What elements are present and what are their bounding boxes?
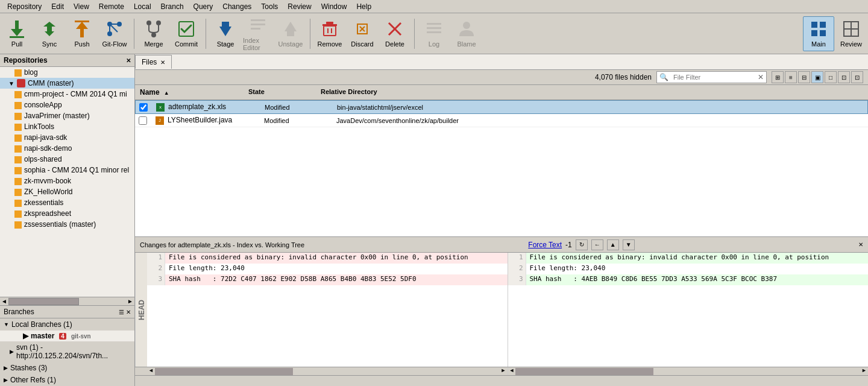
repo-item-linktools[interactable]: LinkTools — [0, 121, 134, 132]
diff-right-scroll-left[interactable]: ◄ — [508, 367, 516, 375]
menu-edit[interactable]: Edit — [46, 1, 69, 12]
file-filter-input[interactable] — [671, 74, 755, 81]
repo-item-zkessentials[interactable]: zkessentials — [0, 197, 134, 208]
commit-button[interactable]: Commit — [171, 16, 202, 51]
scroll-right-btn[interactable]: ► — [126, 298, 134, 305]
diff-left-hscroll[interactable]: ◄ ► — [147, 367, 508, 375]
file-dir-1: JavaDev/com/seventhonline/zk/ap/builder — [332, 116, 868, 125]
repo-item-zk-helloworld[interactable]: ZK_HelloWorld — [0, 186, 134, 197]
pull-button[interactable]: Pull — [1, 16, 33, 51]
diff-prev-change-btn[interactable]: ← — [591, 239, 603, 250]
branch-master[interactable]: ▶ master 4 git-svn — [0, 331, 134, 341]
col-header-dir[interactable]: Relative Directory — [316, 87, 868, 98]
diff-refresh-btn[interactable]: ↻ — [576, 239, 588, 250]
diff-left-pane[interactable]: 1 File is considered as binary: invalid … — [147, 253, 508, 367]
branches-menu-icon[interactable]: ☰ — [119, 309, 124, 315]
menu-local[interactable]: Local — [129, 1, 156, 12]
menu-tools[interactable]: Tools — [256, 1, 283, 12]
file-checkbox-1[interactable] — [139, 116, 147, 125]
repo-item-napi-sdk-demo[interactable]: napi-sdk-demo — [0, 143, 134, 154]
file-row-1[interactable]: J LYSheetBuilder.java Modified JavaDev/c… — [135, 114, 868, 127]
sync-button[interactable]: Sync — [34, 16, 65, 51]
review-button[interactable]: Review — [835, 16, 867, 51]
menu-review[interactable]: Review — [283, 1, 316, 12]
diff-left-scroll-thumb[interactable] — [155, 368, 293, 375]
diff-right-scroll-thumb[interactable] — [515, 368, 653, 375]
diff-right-hscroll[interactable]: ◄ ► — [508, 367, 869, 375]
diff-close-btn[interactable]: ✕ — [858, 241, 863, 248]
diff-left-scroll-right[interactable]: ► — [500, 367, 508, 375]
repo-item-javaprimer[interactable]: JavaPrimer (master) — [0, 110, 134, 121]
repo-item-sophia[interactable]: sophia - CMM 2014 Q1 minor rel — [0, 165, 134, 176]
repo-item-cmm-project[interactable]: cmm-project - CMM 2014 Q1 mi — [0, 89, 134, 100]
push-button[interactable]: Push — [66, 16, 98, 51]
files-tab-close[interactable]: ✕ — [160, 59, 165, 66]
view-icon-6[interactable]: ⊡ — [838, 71, 850, 83]
diff-right-content-1: File length: 23,040 — [526, 264, 869, 274]
svn-header[interactable]: ▶ svn (1) - http://10.125.2.204/svn/7th.… — [0, 341, 134, 362]
file-filter[interactable]: 🔍 ✕ — [656, 71, 767, 83]
diff-nav-down-btn[interactable]: ▼ — [623, 239, 635, 250]
repo-item-napi-java-sdk[interactable]: napi-java-sdk — [0, 132, 134, 143]
menu-view[interactable]: View — [69, 1, 94, 12]
commit-label: Commit — [175, 40, 198, 48]
file-row-0[interactable]: x adtemplate_zk.xls Modified bin-java/st… — [135, 100, 868, 114]
log-button[interactable]: Log — [418, 16, 450, 51]
menu-repository[interactable]: Repository — [2, 1, 46, 12]
view-icon-3[interactable]: ⊟ — [798, 71, 810, 83]
blame-button[interactable]: Blame — [451, 16, 482, 51]
menu-help[interactable]: Help — [351, 1, 376, 12]
diff-left-scroll-track[interactable] — [155, 368, 500, 375]
files-tab[interactable]: Files ✕ — [135, 55, 172, 69]
index-editor-button[interactable]: Index Editor — [242, 16, 274, 51]
force-text-link[interactable]: Force Text — [528, 241, 562, 249]
view-icon-7[interactable]: ⊡ — [851, 71, 863, 83]
repo-item-consoleapp[interactable]: consoleApp — [0, 100, 134, 110]
folder-icon — [14, 102, 22, 109]
repo-item-blog[interactable]: blog — [0, 67, 134, 78]
view-icon-5[interactable]: □ — [825, 71, 837, 83]
repositories-close-button[interactable]: ✕ — [126, 57, 131, 64]
repo-item-olps-shared[interactable]: olps-shared — [0, 154, 134, 165]
scroll-left-btn[interactable]: ◄ — [0, 298, 8, 305]
delete-button[interactable]: Delete — [379, 16, 410, 51]
svg-rect-16 — [251, 24, 265, 25]
view-icon-2[interactable]: ≡ — [785, 71, 797, 83]
diff-right-scroll-track[interactable] — [515, 368, 860, 375]
discard-button[interactable]: Discard — [347, 16, 378, 51]
repo-item-zssessentials[interactable]: zssessentials (master) — [0, 219, 134, 230]
local-branches-header[interactable]: ▼ Local Branches (1) — [0, 318, 134, 331]
filter-clear-icon[interactable]: ✕ — [755, 73, 766, 81]
file-checkbox-0[interactable] — [139, 103, 148, 112]
repo-item-zkspreadsheet[interactable]: zkspreadsheet — [0, 208, 134, 219]
menu-query[interactable]: Query — [189, 1, 218, 12]
menu-branch[interactable]: Branch — [156, 1, 189, 12]
sidebar-hscroll[interactable]: ◄ ► — [0, 297, 134, 305]
col-header-name[interactable]: Name ▲ — [135, 87, 244, 98]
main-button[interactable]: Main — [803, 16, 834, 51]
sidebar-scrollbar-track[interactable] — [8, 298, 126, 305]
view-icon-4[interactable]: ▣ — [811, 71, 823, 83]
stage-button[interactable]: Stage — [210, 16, 241, 51]
col-header-state[interactable]: State — [244, 87, 316, 98]
menu-changes[interactable]: Changes — [218, 1, 256, 12]
stashes-header[interactable]: ▶ Stashes (3) — [0, 362, 134, 374]
diff-nav-up-btn[interactable]: ▲ — [607, 239, 619, 250]
diff-right-pane[interactable]: 1 File is considered as binary: invalid … — [508, 253, 869, 367]
menu-remote[interactable]: Remote — [94, 1, 129, 12]
branches-close-icon[interactable]: ✕ — [126, 309, 131, 315]
repo-item-zk-mvvm-book[interactable]: zk-mvvm-book — [0, 176, 134, 186]
unstage-button[interactable]: Unstage — [275, 16, 306, 51]
menu-window[interactable]: Window — [316, 1, 352, 12]
diff-right-linenum-0: 1 — [508, 253, 526, 264]
other-refs-header[interactable]: ▶ Other Refs (1) — [0, 374, 134, 386]
sidebar-scrollbar-thumb[interactable] — [8, 298, 79, 305]
git-flow-button[interactable]: Git-Flow — [99, 16, 130, 51]
diff-right-scroll-right[interactable]: ► — [860, 367, 868, 375]
push-label: Push — [74, 40, 89, 48]
remove-button[interactable]: Remove — [314, 16, 345, 51]
merge-button[interactable]: Merge — [138, 16, 169, 51]
diff-left-scroll-left[interactable]: ◄ — [147, 367, 155, 375]
view-icon-1[interactable]: ⊞ — [772, 71, 784, 83]
repo-item-cmm[interactable]: ▼ CMM (master) — [0, 78, 134, 89]
